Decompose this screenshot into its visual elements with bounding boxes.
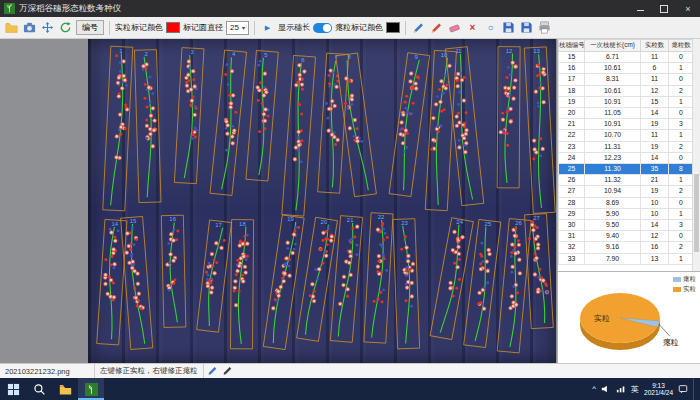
close-button[interactable]: ×	[676, 0, 700, 17]
app-taskbar-icon[interactable]	[78, 378, 104, 400]
taskbar-clock[interactable]: 9:13 2021/4/24	[644, 382, 673, 397]
table-row[interactable]: 319.40120	[559, 231, 694, 242]
table-cell: 10.61	[585, 85, 641, 96]
table-cell: 12	[641, 85, 669, 96]
col-header-filled[interactable]: 实粒数	[641, 40, 669, 52]
show-length-toggle[interactable]	[313, 23, 332, 33]
system-tray: ^ 英 9:13 2021/4/24	[592, 378, 700, 400]
table-row[interactable]: 2412.23140	[559, 152, 694, 163]
input-language[interactable]: 英	[631, 384, 639, 395]
action-center-icon[interactable]	[678, 380, 688, 398]
number-button[interactable]: 编号	[76, 20, 104, 35]
search-icon[interactable]	[26, 378, 52, 400]
table-row[interactable]: 288.69100	[559, 197, 694, 208]
table-row[interactable]: 156.71110	[559, 52, 694, 63]
main-area: 1234567891011121314151617181920212223242…	[0, 39, 700, 363]
table-cell: 1	[669, 63, 694, 74]
correct-empty-pencil-icon[interactable]	[222, 365, 234, 377]
svg-text:9: 9	[415, 54, 419, 60]
scrollbar-thumb[interactable]	[694, 174, 699, 253]
table-cell: 30	[559, 220, 585, 231]
volume-icon[interactable]	[601, 380, 611, 398]
table-row[interactable]: 178.31110	[559, 74, 694, 85]
table-row[interactable]: 295.90101	[559, 208, 694, 219]
col-header-empty[interactable]: 瘪粒数	[669, 40, 694, 52]
show-desktop-button[interactable]	[693, 378, 697, 400]
eraser-icon[interactable]	[447, 20, 462, 35]
start-button[interactable]	[0, 378, 26, 400]
col-header-length[interactable]: 一次枝梗长(cm)	[585, 40, 641, 52]
svg-text:4: 4	[232, 51, 236, 57]
table-cell: 1	[669, 96, 694, 107]
save-as-icon[interactable]	[519, 20, 534, 35]
correct-filled-pencil-icon[interactable]	[207, 365, 219, 377]
table-cell: 0	[669, 231, 694, 242]
svg-text:16: 16	[169, 216, 176, 222]
table-row[interactable]: 2710.94192	[559, 186, 694, 197]
table-cell: 21	[559, 119, 585, 130]
camera-icon[interactable]	[22, 20, 37, 35]
table-cell: 14	[641, 108, 669, 119]
minimize-button[interactable]	[628, 0, 652, 17]
table-cell: 26	[559, 175, 585, 186]
clock-date: 2021/4/24	[644, 389, 673, 397]
filename-cell: 202103221232.png	[0, 364, 95, 378]
table-row[interactable]: 2210.70111	[559, 130, 694, 141]
delete-icon[interactable]: ×	[465, 20, 480, 35]
table-row[interactable]: 337.90131	[559, 253, 694, 264]
table-row[interactable]: 1610.6161	[559, 63, 694, 74]
svg-text:3: 3	[190, 49, 194, 55]
diameter-label: 标记圆直径	[183, 22, 223, 33]
table-cell: 2	[669, 85, 694, 96]
table-scrollbar[interactable]	[692, 39, 700, 271]
col-header-id[interactable]: 枝穗编号	[559, 40, 585, 52]
svg-text:24: 24	[456, 219, 463, 225]
maximize-button[interactable]	[652, 0, 676, 17]
table-row[interactable]: 309.50143	[559, 220, 694, 231]
play-icon[interactable]: ▶	[260, 20, 275, 35]
taskbar: ^ 英 9:13 2021/4/24	[0, 378, 700, 400]
table-cell: 9.16	[585, 242, 641, 253]
table-cell: 32	[559, 242, 585, 253]
panicle-image[interactable]: 1234567891011121314151617181920212223242…	[88, 39, 556, 363]
table-cell: 18	[559, 85, 585, 96]
table-row[interactable]: 2311.31192	[559, 141, 694, 152]
table-row[interactable]: 1910.91151	[559, 96, 694, 107]
tray-expand-icon[interactable]: ^	[592, 385, 596, 393]
table-row[interactable]: 329.16162	[559, 242, 694, 253]
table-row[interactable]: 2511.30358	[559, 164, 694, 175]
table-cell: 19	[559, 96, 585, 107]
table-cell: 11.05	[585, 108, 641, 119]
svg-text:1: 1	[119, 48, 123, 54]
empty-color-swatch[interactable]	[386, 22, 400, 33]
table-cell: 0	[669, 197, 694, 208]
save-icon[interactable]	[501, 20, 516, 35]
maximize-icon	[660, 5, 668, 13]
table-row[interactable]: 2011.05140	[559, 108, 694, 119]
pencil-icon[interactable]	[411, 20, 426, 35]
legend-item-empty: 瘪粒	[673, 275, 696, 284]
circle-tool-icon[interactable]: ○	[483, 20, 498, 35]
table-cell: 19	[641, 141, 669, 152]
table-cell: 0	[669, 152, 694, 163]
move-icon[interactable]	[40, 20, 55, 35]
results-table: 枝穗编号 一次枝梗长(cm) 实粒数 瘪粒数 156.711101610.616…	[558, 39, 700, 272]
table-cell: 10	[641, 208, 669, 219]
table-row[interactable]: 1810.61122	[559, 85, 694, 96]
pen-icon[interactable]	[429, 20, 444, 35]
table-row[interactable]: 2611.32211	[559, 175, 694, 186]
panicle-photo[interactable]: 1234567891011121314151617181920212223242…	[88, 39, 556, 363]
svg-text:13: 13	[533, 48, 540, 54]
print-icon[interactable]	[537, 20, 552, 35]
app-icon	[4, 3, 15, 14]
svg-text:21: 21	[347, 217, 354, 223]
filled-color-swatch[interactable]	[166, 22, 180, 33]
table-row[interactable]: 2110.91193	[559, 119, 694, 130]
rotate-icon[interactable]	[58, 20, 73, 35]
table-cell: 22	[559, 130, 585, 141]
diameter-select[interactable]: 25 ▾	[226, 21, 249, 35]
network-icon[interactable]	[616, 380, 626, 398]
file-explorer-icon[interactable]	[52, 378, 78, 400]
table-cell: 19	[641, 186, 669, 197]
open-file-icon[interactable]	[4, 20, 19, 35]
